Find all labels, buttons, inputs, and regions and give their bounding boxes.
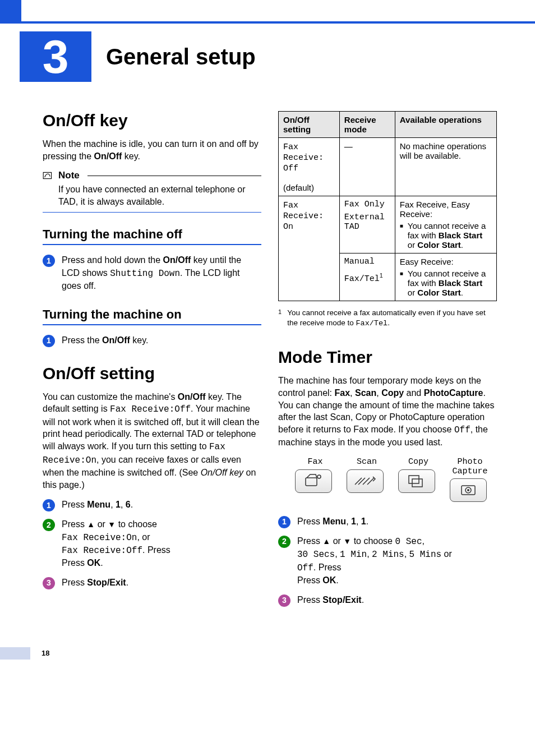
step-number-icon: 3 (43, 577, 55, 589)
text: . (362, 595, 364, 605)
step-number-icon: 3 (278, 594, 290, 607)
step-text: Press Stop/Exit. (297, 594, 364, 607)
step-setting-1: 1 Press Menu, 1, 6. (43, 499, 261, 511)
text-mono: Shutting Down (110, 269, 180, 279)
cell-ops-none: No machine operations will be available. (395, 138, 496, 196)
text-bold: Copy (381, 388, 404, 398)
text-bold: On/Off (102, 335, 130, 345)
text-mono: 30 Secs (297, 550, 335, 560)
text: . (126, 578, 128, 587)
footnote-number: 1 (278, 308, 282, 329)
right-column: On/Off setting Receive mode Available op… (278, 111, 497, 614)
text: Press (297, 575, 322, 585)
text-mono: Off (297, 563, 313, 573)
text-mono: 0 Sec (395, 537, 422, 547)
heading-underline (43, 244, 261, 245)
text: or (95, 519, 108, 529)
text-bold: Color Start (417, 288, 461, 297)
cell-ops-faxonly: Fax Receive, Easy Receive: ■ You cannot … (395, 196, 496, 253)
th-setting: On/Off setting (279, 112, 340, 138)
text: When the machine is idle, you can turn i… (43, 139, 259, 161)
text-bold: Fax (335, 388, 350, 398)
text-mono: Fax Receive:Off (62, 546, 142, 556)
up-arrow-icon: ▲ (322, 537, 330, 546)
cell-receive-faxonly: Fax Only External TAD (339, 196, 395, 253)
onoff-setting-paragraph: You can customize the machine's On/Off k… (43, 391, 261, 491)
step-number-icon: 1 (278, 516, 290, 528)
text-mono: Manual (344, 257, 390, 266)
text: Fax/Tel1 (344, 272, 390, 284)
step-text: Press and hold down the On/Off key until… (62, 254, 261, 292)
text: , (367, 549, 372, 559)
text: or (408, 240, 418, 250)
step-setting-2: 2 Press ▲ or ▼ to choose Fax Receive:On,… (43, 518, 261, 570)
text-bold: Stop/Exit (87, 578, 126, 587)
text-mono: 5 Mins (409, 550, 442, 560)
bullet: ■ You cannot receive a fax with Black St… (400, 269, 492, 297)
text: and (404, 388, 424, 398)
step-number-icon: 1 (43, 335, 55, 347)
note-block: Note If you have connected an external t… (43, 170, 261, 213)
cell-receive-none: — (339, 138, 395, 196)
text: Easy Receive: (400, 257, 492, 266)
text: Press (297, 517, 322, 526)
note-header: Note (43, 170, 261, 181)
step-text: Press ▲ or ▼ to choose 0 Sec, 30 Secs, 1… (297, 535, 452, 587)
text: key. (130, 335, 149, 345)
text: . Press (142, 545, 170, 555)
text: key. (122, 151, 140, 161)
text: Press the (62, 335, 102, 345)
text: , (110, 500, 116, 509)
down-arrow-icon: ▼ (108, 520, 116, 529)
text-bold: On/Off (163, 255, 191, 265)
mode-scan: Scan (347, 458, 387, 502)
text-mono: Fax/Tel (356, 319, 388, 328)
note-rule (87, 176, 261, 176)
text-mono: Off (454, 425, 471, 435)
two-column-layout: On/Off key When the machine is idle, you… (0, 82, 535, 614)
text: , (121, 500, 126, 509)
onoff-key-intro: When the machine is idle, you can turn i… (43, 138, 261, 162)
table-header-row: On/Off setting Receive mode Available op… (279, 112, 497, 138)
text: , (422, 536, 424, 546)
onoff-modes-table: On/Off setting Receive mode Available op… (278, 111, 497, 301)
text-bold: OK (87, 558, 100, 568)
text-mono: Fax Receive: On (283, 201, 324, 232)
heading-onoff-key: On/Off key (43, 111, 261, 130)
note-body: If you have connected an external teleph… (43, 181, 261, 213)
text: or (330, 536, 343, 546)
step-text: Press Menu, 1, 1. (297, 515, 368, 528)
text: . (461, 288, 463, 297)
text: You can customize the machine's (43, 392, 178, 402)
footnote-text: You cannot receive a fax automatically e… (287, 308, 497, 329)
text: . (336, 575, 338, 585)
text-bold: 1 (351, 517, 356, 526)
svg-rect-1 (306, 478, 317, 486)
cell-ops-manual: Easy Receive: ■ You cannot receive a fax… (395, 253, 496, 301)
scan-icon (347, 469, 384, 493)
square-bullet-icon: ■ (400, 221, 403, 250)
text-bold: Black Start (439, 231, 482, 240)
footnote-ref: 1 (380, 272, 383, 279)
text-bold: Menu (87, 500, 110, 509)
step-setting-3: 3 Press Stop/Exit. (43, 577, 261, 589)
step-text: Press Stop/Exit. (62, 577, 128, 589)
text-mono: 2 Mins (372, 550, 404, 560)
text: . Press (313, 563, 342, 572)
text: . (131, 500, 133, 509)
heading-onoff-setting: On/Off setting (43, 364, 261, 383)
mode-label: Copy (398, 458, 439, 467)
text-mono: Fax/Tel (344, 274, 380, 284)
text: . (100, 558, 103, 568)
heading-mode-timer: Mode Timer (278, 348, 497, 367)
note-label: Note (58, 170, 80, 181)
left-column: On/Off key When the machine is idle, you… (43, 111, 261, 614)
text-bold: Scan (355, 388, 376, 398)
cell-receive-manual: Manual Fax/Tel1 (339, 253, 395, 301)
text: Press and hold down the (62, 255, 163, 265)
cell-setting-off: Fax Receive: Off (default) (279, 138, 340, 196)
text-mono: Fax Receive: Off (283, 142, 324, 173)
text: , (376, 388, 381, 398)
mode-key-row: Fax Scan Copy Photo Capture (295, 458, 497, 502)
text-bold: OK (322, 575, 336, 585)
